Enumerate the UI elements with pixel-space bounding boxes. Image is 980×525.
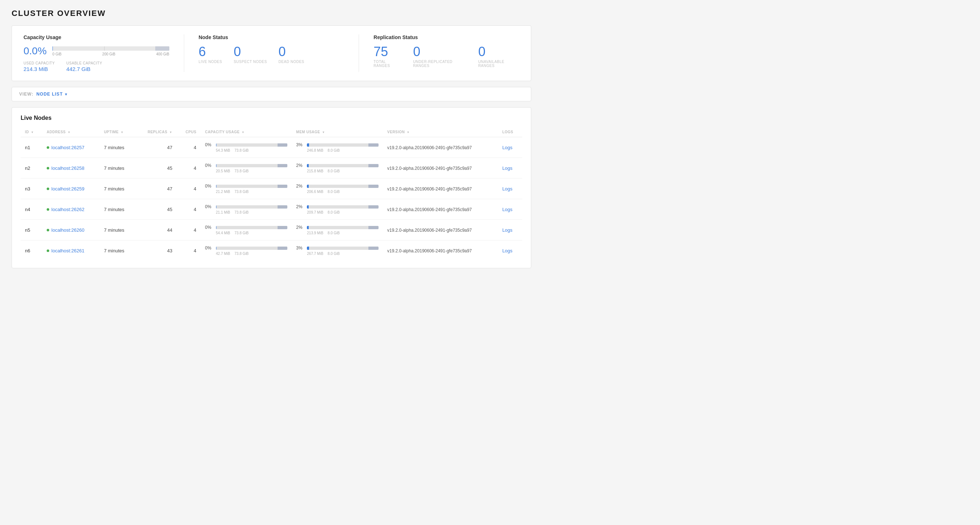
node-address-text[interactable]: localhost:26259: [51, 186, 84, 191]
node-address-text[interactable]: localhost:26261: [51, 248, 84, 254]
col-address[interactable]: ADDRESS ▼: [42, 127, 100, 137]
used-capacity-value: 214.3 MiB: [24, 66, 55, 72]
capacity-total-label: 73.8 GiB: [234, 190, 249, 194]
unavailable-item: 0 UNAVAILABLE RANGES: [478, 45, 519, 68]
cell-replicas: 45: [135, 158, 177, 179]
dead-nodes-item: 0 DEAD NODES: [278, 45, 304, 64]
usable-capacity-value: 442.7 GiB: [66, 66, 102, 72]
cell-uptime: 7 minutes: [100, 179, 135, 199]
col-version[interactable]: VERSION ▼: [383, 127, 498, 137]
cell-capacity-usage: 0% 42.7 MiB 73.8 GiB: [201, 240, 292, 261]
cell-logs[interactable]: Logs: [498, 179, 522, 199]
view-selector[interactable]: NODE LIST ▼: [36, 92, 68, 97]
mem-total-label: 8.0 GiB: [328, 190, 339, 194]
total-ranges-count: 75: [374, 45, 401, 58]
cell-cpus: 4: [177, 199, 200, 220]
capacity-bar-labels: 0 GiB 200 GiB 400 GiB: [52, 52, 169, 56]
mem-used-label: 215.8 MiB: [307, 169, 323, 173]
logs-link[interactable]: Logs: [502, 207, 512, 212]
cell-logs[interactable]: Logs: [498, 199, 522, 220]
cell-address: localhost:26262: [42, 199, 100, 220]
total-ranges-label: TOTAL RANGES: [374, 60, 401, 68]
capacity-total-label: 73.8 GiB: [234, 148, 249, 152]
bar-label-1: 200 GiB: [102, 52, 115, 56]
table-row: n5 localhost:26260 7 minutes 44 4 0%: [21, 220, 522, 240]
live-indicator-icon: [47, 146, 49, 149]
usable-capacity-label: USABLE CAPACITY: [66, 61, 102, 65]
mem-used-label: 206.6 MiB: [307, 190, 323, 194]
cell-logs[interactable]: Logs: [498, 158, 522, 179]
mem-used-label: 209.7 MiB: [307, 211, 323, 214]
live-indicator-icon: [47, 167, 49, 169]
cell-version: v19.2.0-alpha.20190606-2491-gfe735c9a97: [383, 179, 498, 199]
capacity-bar-container: 0 GiB 200 GiB 400 GiB: [52, 46, 169, 56]
live-nodes-title: Live Nodes: [21, 115, 522, 121]
node-address-text[interactable]: localhost:26260: [51, 227, 84, 233]
cell-replicas: 44: [135, 220, 177, 240]
node-address-text[interactable]: localhost:26258: [51, 166, 84, 171]
cell-replicas: 47: [135, 137, 177, 158]
cell-capacity-usage: 0% 21.2 MiB 73.8 GiB: [201, 179, 292, 199]
logs-link[interactable]: Logs: [502, 186, 512, 191]
capacity-detail-row: USED CAPACITY 214.3 MiB USABLE CAPACITY …: [24, 61, 169, 72]
node-address-text[interactable]: localhost:26262: [51, 207, 84, 212]
cell-version: v19.2.0-alpha.20190606-2491-gfe735c9a97: [383, 240, 498, 261]
capacity-used-label: 21.1 MiB: [216, 211, 230, 214]
bar-label-0: 0 GiB: [52, 52, 62, 56]
capacity-usage-card: Capacity Usage 0.0% 0 GiB 200 GiB: [24, 34, 184, 72]
cell-mem-usage: 2% 215.8 MiB 8.0 GiB: [292, 158, 383, 179]
cell-replicas: 45: [135, 199, 177, 220]
cell-mem-usage: 2% 213.9 MiB 8.0 GiB: [292, 220, 383, 240]
cell-cpus: 4: [177, 220, 200, 240]
cell-mem-usage: 2% 206.6 MiB 8.0 GiB: [292, 179, 383, 199]
capacity-used-label: 54.4 MiB: [216, 231, 230, 235]
col-id[interactable]: ID ▼: [21, 127, 42, 137]
cell-mem-usage: 2% 209.7 MiB 8.0 GiB: [292, 199, 383, 220]
col-uptime[interactable]: UPTIME ▼: [100, 127, 135, 137]
dead-nodes-label: DEAD NODES: [278, 60, 304, 64]
capacity-total-label: 73.8 GiB: [234, 252, 249, 255]
suspect-nodes-count: 0: [234, 45, 267, 58]
capacity-total-label: 73.8 GiB: [234, 169, 249, 173]
live-indicator-icon: [47, 249, 49, 252]
logs-link[interactable]: Logs: [502, 227, 512, 233]
suspect-nodes-item: 0 SUSPECT NODES: [234, 45, 267, 64]
mem-total-label: 8.0 GiB: [328, 231, 339, 235]
cell-logs[interactable]: Logs: [498, 220, 522, 240]
capacity-total-label: 73.8 GiB: [234, 211, 249, 214]
cell-logs[interactable]: Logs: [498, 240, 522, 261]
cell-address: localhost:26257: [42, 137, 100, 158]
cell-id: n3: [21, 179, 42, 199]
live-nodes-table: ID ▼ ADDRESS ▼ UPTIME ▼ REPLICAS ▼ CPUS …: [21, 127, 522, 261]
capacity-bar-track: [52, 46, 169, 51]
unavailable-count: 0: [478, 45, 519, 58]
cell-uptime: 7 minutes: [100, 220, 135, 240]
cell-logs[interactable]: Logs: [498, 137, 522, 158]
col-replicas[interactable]: REPLICAS ▼: [135, 127, 177, 137]
col-logs: LOGS: [498, 127, 522, 137]
logs-link[interactable]: Logs: [502, 166, 512, 171]
view-bar: VIEW: NODE LIST ▼: [11, 87, 531, 101]
capacity-used-label: 20.5 MiB: [216, 169, 230, 173]
cell-uptime: 7 minutes: [100, 199, 135, 220]
live-nodes-label: LIVE NODES: [199, 60, 222, 64]
cell-address: localhost:26261: [42, 240, 100, 261]
col-mem-usage[interactable]: MEM USAGE ▼: [292, 127, 383, 137]
node-address-text[interactable]: localhost:26257: [51, 145, 84, 150]
logs-link[interactable]: Logs: [502, 248, 512, 254]
mem-total-label: 8.0 GiB: [328, 148, 339, 152]
cell-replicas: 47: [135, 179, 177, 199]
col-cpus[interactable]: CPUS: [177, 127, 200, 137]
dead-nodes-count: 0: [278, 45, 304, 58]
table-row: n2 localhost:26258 7 minutes 45 4 0%: [21, 158, 522, 179]
usable-capacity-item: USABLE CAPACITY 442.7 GiB: [66, 61, 102, 72]
mem-total-label: 8.0 GiB: [328, 252, 339, 255]
live-nodes-item: 6 LIVE NODES: [199, 45, 222, 64]
logs-link[interactable]: Logs: [502, 145, 512, 150]
under-replicated-label: UNDER-REPLICATED RANGES: [413, 60, 466, 68]
unavailable-label: UNAVAILABLE RANGES: [478, 60, 519, 68]
cell-capacity-usage: 0% 54.4 MiB 73.8 GiB: [201, 220, 292, 240]
node-status-values: 6 LIVE NODES 0 SUSPECT NODES 0 DEAD NODE…: [199, 45, 345, 64]
col-capacity-usage[interactable]: CAPACITY USAGE ▼: [201, 127, 292, 137]
cell-address: localhost:26259: [42, 179, 100, 199]
